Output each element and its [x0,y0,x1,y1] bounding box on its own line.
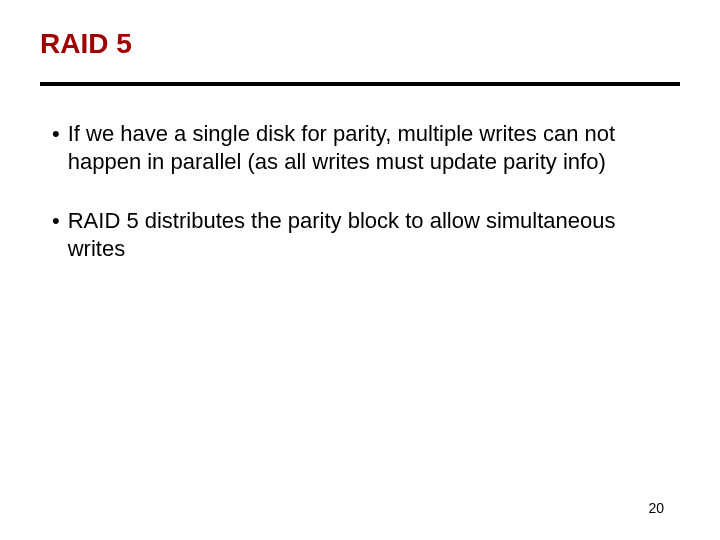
slide: RAID 5 • If we have a single disk for pa… [0,0,720,540]
bullet-text: If we have a single disk for parity, mul… [68,120,668,175]
bullet-item: • If we have a single disk for parity, m… [52,120,668,175]
slide-title: RAID 5 [40,28,132,60]
bullet-dot-icon: • [52,120,60,175]
page-number: 20 [648,500,664,516]
slide-body: • If we have a single disk for parity, m… [52,120,668,294]
bullet-item: • RAID 5 distributes the parity block to… [52,207,668,262]
bullet-dot-icon: • [52,207,60,262]
bullet-text: RAID 5 distributes the parity block to a… [68,207,668,262]
title-divider [40,82,680,86]
